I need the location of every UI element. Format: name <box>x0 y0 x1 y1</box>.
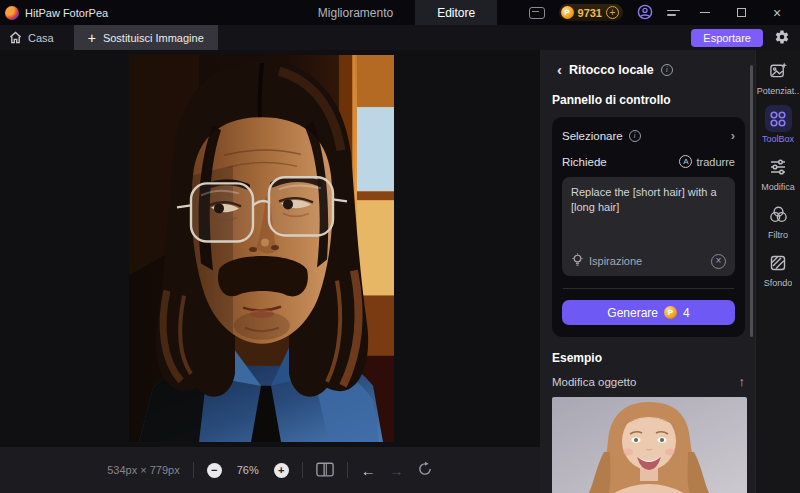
maximize-button[interactable] <box>730 8 752 17</box>
info-icon[interactable]: i <box>629 130 641 142</box>
sidebar-item-sfondo[interactable]: Sfondo <box>756 249 800 288</box>
sidebar-item-label: Modifica <box>761 182 795 192</box>
adjust-icon <box>765 153 792 180</box>
image-dimensions: 534px × 779px <box>107 464 179 476</box>
generate-button[interactable]: Generare P 4 <box>562 300 735 325</box>
sidebar-item-label: Filtro <box>768 230 788 240</box>
plus-icon: + <box>88 31 96 45</box>
select-row[interactable]: Selezionare i › <box>562 128 735 143</box>
translate-icon: A <box>679 155 692 168</box>
coin-icon: P <box>664 306 677 319</box>
close-button[interactable]: × <box>766 6 788 20</box>
home-label: Casa <box>28 32 54 44</box>
control-panel-title: Pannello di controllo <box>552 93 745 107</box>
canvas-area[interactable]: 534px × 779px − 76% + ← → <box>0 50 540 493</box>
credits-count: 9731 <box>578 7 602 19</box>
settings-gear-icon[interactable] <box>774 29 790 47</box>
zoom-level: 76% <box>235 464 261 476</box>
example-thumbnail[interactable] <box>552 397 747 493</box>
replace-image-label: Sostituisci Immagine <box>103 32 204 44</box>
sidebar-item-label: Potenziat.. <box>757 86 800 96</box>
minimize-button[interactable] <box>694 12 716 14</box>
example-title: Esempio <box>552 351 745 365</box>
translate-label: tradurre <box>696 156 735 168</box>
app-logo-icon <box>5 6 19 20</box>
select-label: Selezionare <box>562 130 623 142</box>
zoom-in-button[interactable]: + <box>274 463 289 478</box>
coin-icon: P <box>561 6 574 19</box>
home-icon <box>9 31 22 44</box>
filter-icon <box>765 201 792 228</box>
sidebar-item-filtro[interactable]: Filtro <box>756 201 800 240</box>
edited-photo[interactable] <box>129 55 394 442</box>
toolbar: Casa + Sostituisci Immagine Esportare <box>0 25 800 50</box>
prompt-textarea[interactable]: Replace the [short hair] with a [long ha… <box>562 177 735 276</box>
sidebar-item-label: Sfondo <box>764 278 793 288</box>
chevron-right-icon: › <box>731 128 735 143</box>
clear-prompt-icon[interactable]: × <box>711 254 726 269</box>
canvas-statusbar: 534px × 779px − 76% + ← → <box>0 447 540 493</box>
divider <box>193 462 194 478</box>
app-title: HitPaw FotorPea <box>25 7 108 19</box>
divider <box>347 462 348 478</box>
divider <box>302 462 303 478</box>
sidebar-item-potenziatore[interactable]: Potenziat.. <box>756 57 800 96</box>
titlebar: HitPaw FotorPea Miglioramento Editore P … <box>0 0 800 25</box>
menu-icon[interactable] <box>667 10 680 16</box>
inspiration-label[interactable]: Ispirazione <box>589 255 642 267</box>
main-nav: Miglioramento Editore <box>296 0 497 25</box>
ritocco-locale-panel: ‹ Ritocco locale i Pannello di controllo… <box>540 50 755 493</box>
collapse-arrow-icon[interactable]: ↑ <box>739 374 746 389</box>
zoom-out-button[interactable]: − <box>207 463 222 478</box>
compare-view-icon[interactable] <box>316 462 334 479</box>
translate-button[interactable]: A tradurre <box>679 155 735 168</box>
home-button[interactable]: Casa <box>0 25 66 50</box>
example-item-label: Modifica oggetto <box>552 376 636 388</box>
replace-image-tab[interactable]: + Sostituisci Immagine <box>74 25 218 50</box>
tab-miglioramento[interactable]: Miglioramento <box>296 0 415 25</box>
sidebar-item-modifica[interactable]: Modifica <box>756 153 800 192</box>
account-icon[interactable] <box>637 4 653 22</box>
generate-cost: 4 <box>683 306 690 320</box>
request-label: Richiede <box>562 156 607 168</box>
generate-label: Generare <box>607 306 658 320</box>
credits-badge[interactable]: P 9731 + <box>559 4 623 21</box>
info-icon[interactable]: i <box>661 64 673 76</box>
divider <box>563 288 734 289</box>
sidebar-item-toolbox[interactable]: ToolBox <box>756 105 800 144</box>
control-card: Selezionare i › Richiede A tradurre Repl… <box>552 117 745 337</box>
redo-icon[interactable]: → <box>389 462 404 479</box>
panel-title: Ritocco locale <box>569 63 654 77</box>
inspiration-bulb-icon <box>571 253 584 269</box>
reset-view-icon[interactable] <box>417 461 433 479</box>
sidebar-item-label: ToolBox <box>762 134 794 144</box>
giftcard-icon[interactable] <box>529 7 545 19</box>
undo-icon[interactable]: ← <box>361 462 376 479</box>
export-button[interactable]: Esportare <box>691 29 763 47</box>
toolbox-icon <box>765 105 792 132</box>
prompt-value: Replace the [short hair] with a [long ha… <box>571 185 726 253</box>
tool-sidebar: Potenziat.. ToolBox Modifica <box>755 50 800 493</box>
back-chevron-icon[interactable]: ‹ <box>557 62 562 77</box>
background-icon <box>765 249 792 276</box>
panel-scrollbar[interactable] <box>750 65 753 337</box>
add-credits-button[interactable]: + <box>606 6 619 19</box>
enhance-icon <box>765 57 792 84</box>
tab-editore[interactable]: Editore <box>415 0 497 25</box>
